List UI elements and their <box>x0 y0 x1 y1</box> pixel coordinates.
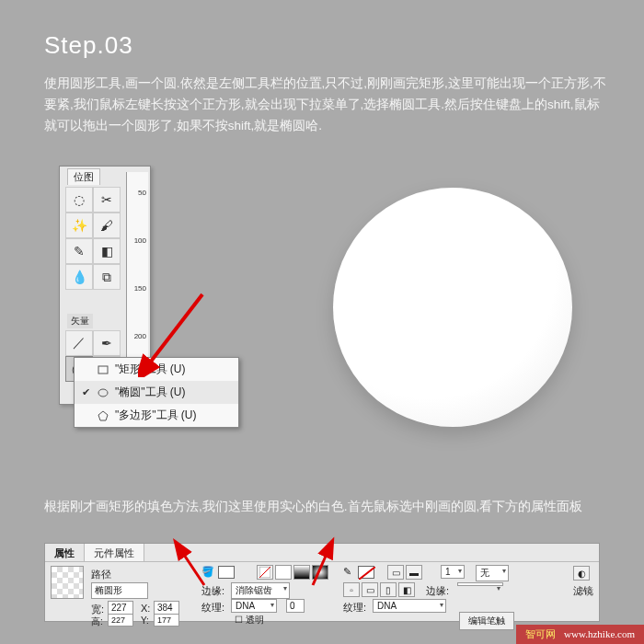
tool-pencil[interactable]: ✎ <box>65 238 93 264</box>
properties-body: 路径 椭圆形 宽: 227 X: 384 高: 227 Y: 177 🪣 边缘:… <box>45 562 599 623</box>
tool-blur[interactable]: 💧 <box>65 264 93 290</box>
edit-brush-button[interactable]: 编辑笔触 <box>459 612 514 630</box>
instructions-paragraph-2: 根据刚才画矩形的填色方法,我们这里使用实心的白色.首先鼠标选中刚画的圆,看下方的… <box>44 497 607 518</box>
ellipse-icon <box>97 386 109 399</box>
ruler-mark: 200 <box>134 332 146 340</box>
texture-label: 纹理: <box>201 601 224 615</box>
align-btn-4[interactable]: ◧ <box>398 582 415 597</box>
path-label: 路径 <box>91 568 111 581</box>
svg-line-6 <box>359 567 375 580</box>
tool-lasso[interactable]: ✂ <box>93 187 121 213</box>
svg-marker-2 <box>98 411 108 420</box>
rectangle-icon <box>97 363 109 376</box>
tool-grid: ◌ ✂ ✨ 🖌 ✎ ◧ 💧 ⧉ <box>65 187 121 290</box>
edge-label: 边缘: <box>201 584 224 598</box>
stroke-width-dropdown[interactable]: 1 <box>441 565 465 579</box>
check-icon: ✔ <box>82 386 91 398</box>
y-input[interactable]: 177 <box>154 614 179 627</box>
tool-wand[interactable]: ✨ <box>65 213 93 238</box>
flyout-item-ellipse[interactable]: ✔ "椭圆"工具 (U) <box>75 381 238 404</box>
pencil-icon: ✎ <box>343 566 351 578</box>
check-icon <box>82 410 91 421</box>
tool-marquee[interactable]: ◌ <box>65 187 93 213</box>
height-label: 高: <box>91 615 103 628</box>
align-btn-3[interactable]: ▯ <box>380 582 397 597</box>
flyout-label: "椭圆"工具 (U) <box>115 385 186 400</box>
svg-line-3 <box>147 294 202 366</box>
tool-pen[interactable]: ✒ <box>93 330 121 356</box>
texture2-label: 纹理: <box>343 601 366 615</box>
tool-eraser[interactable]: ◧ <box>93 238 121 264</box>
x-label: X: <box>141 603 150 614</box>
section-vector-label: 矢量 <box>67 314 93 328</box>
instructions-paragraph-1: 使用圆形工具,画一个圆.依然是左侧工具栏的位置,只不过,刚刚画完矩形,这里可能出… <box>44 74 607 137</box>
edge-dropdown[interactable]: 消除锯齿 <box>231 582 290 599</box>
shape-name-field[interactable]: 椭圆形 <box>91 582 148 599</box>
y-label: Y: <box>141 615 149 626</box>
panel-tab-bitmap[interactable]: 位图 <box>67 168 100 185</box>
properties-tabs: 属性 元件属性 <box>45 544 599 562</box>
fill-radial-btn[interactable] <box>312 565 328 580</box>
flyout-item-polygon[interactable]: "多边形"工具 (U) <box>75 404 238 427</box>
fill-none-btn[interactable] <box>257 565 273 580</box>
flyout-item-rectangle[interactable]: "矩形"工具 (U) <box>75 358 238 381</box>
fill-color-swatch[interactable] <box>218 566 235 579</box>
watermark-brand: 智可网 <box>525 628 556 639</box>
step-title: Step.03 <box>44 31 133 60</box>
flyout-label: "多边形"工具 (U) <box>115 408 197 423</box>
tool-line[interactable]: ／ <box>65 330 93 356</box>
stroke-opt-1[interactable]: ▭ <box>387 565 404 580</box>
tool-brush[interactable]: 🖌 <box>93 213 121 238</box>
texture2-dropdown[interactable]: DNA <box>373 599 446 613</box>
ruler-mark: 50 <box>138 189 146 197</box>
drawn-circle <box>333 188 572 427</box>
filter-label: 滤镜 <box>573 584 593 598</box>
align-btn-1[interactable]: ▫ <box>343 582 360 597</box>
stroke-opt-2[interactable]: ▬ <box>406 565 422 580</box>
ruler-mark: 100 <box>134 236 146 245</box>
edge2-label: 边缘: <box>426 584 449 598</box>
width-input[interactable]: 227 <box>108 601 133 615</box>
shape-thumbnail <box>51 566 84 599</box>
check-icon <box>82 364 91 375</box>
fill-gradient-btn[interactable] <box>293 565 310 580</box>
tab-properties[interactable]: 属性 <box>45 544 85 561</box>
properties-panel: 属性 元件属性 路径 椭圆形 宽: 227 X: 384 高: 227 Y: 1… <box>44 543 600 622</box>
polygon-icon <box>97 409 109 422</box>
width-label: 宽: <box>91 603 104 616</box>
tool-stamp[interactable]: ⧉ <box>93 264 121 290</box>
texture-dropdown[interactable]: DNA <box>231 599 277 613</box>
height-input[interactable]: 227 <box>108 614 133 627</box>
edge2-dropdown[interactable] <box>457 582 503 586</box>
svg-rect-0 <box>98 366 108 374</box>
shape-tool-flyout: "矩形"工具 (U) ✔ "椭圆"工具 (U) "多边形"工具 (U) <box>74 357 239 428</box>
fill-solid-btn[interactable] <box>275 565 292 580</box>
stroke-color-swatch[interactable] <box>358 566 374 579</box>
transparent-checkbox-label: ☐ 透明 <box>235 614 264 627</box>
watermark-url: www.hzhike.com <box>564 628 635 639</box>
stroke-style-dropdown[interactable]: 无 <box>476 565 509 581</box>
texture-amount[interactable]: 0 <box>286 599 305 613</box>
ruler-mark: 150 <box>134 284 146 293</box>
bucket-icon: 🪣 <box>201 566 214 578</box>
svg-point-1 <box>98 389 108 397</box>
watermark: 智可网 www.hzhike.com <box>516 625 644 644</box>
align-btn-2[interactable]: ▭ <box>362 582 378 597</box>
tab-element-properties[interactable]: 元件属性 <box>85 544 144 561</box>
x-input[interactable]: 384 <box>154 601 179 615</box>
flyout-label: "矩形"工具 (U) <box>115 362 186 377</box>
filter-opt[interactable]: ◐ <box>573 566 590 581</box>
